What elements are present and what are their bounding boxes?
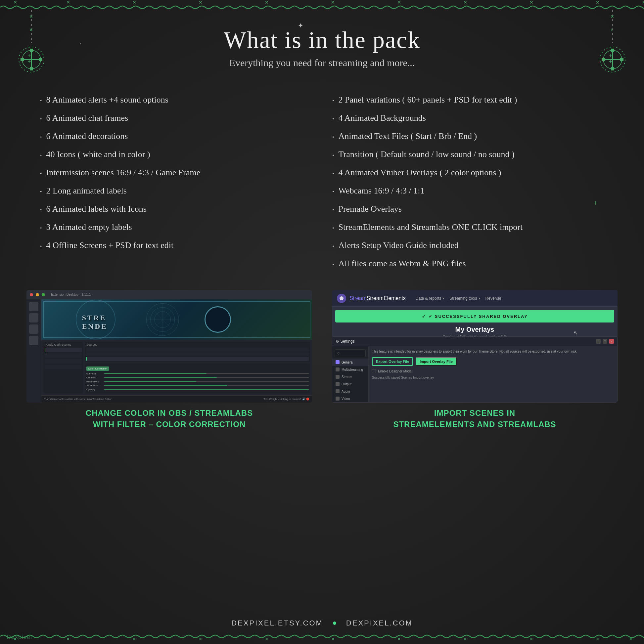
se-sidebar-output[interactable]: Output xyxy=(332,380,368,388)
se-nav-revenue[interactable]: Revenue xyxy=(486,296,501,301)
se-export-button[interactable]: Export Overlay File xyxy=(372,357,413,366)
svg-text:✕: ✕ xyxy=(29,27,33,32)
se-dialog-minimize[interactable]: – xyxy=(596,339,601,344)
right-feature-list: 2 Panel variations ( 60+ panels + PSD fo… xyxy=(332,92,604,274)
footer-etsy-link: DEXPIXEL.ETSY.COM xyxy=(231,619,323,627)
obs-brightness-row: Brightness xyxy=(86,380,309,383)
se-output-icon xyxy=(336,382,340,386)
se-mockup: StreamStreamElements Data & reports ▾ St… xyxy=(332,290,618,403)
svg-rect-32 xyxy=(611,67,614,70)
se-designer-mode-row: Enable Designer Mode xyxy=(372,369,614,373)
svg-text:✕: ✕ xyxy=(265,636,269,642)
se-designer-mode-label: Enable Designer Mode xyxy=(378,369,412,373)
feature-item-2: 6 Animated chat frames xyxy=(40,110,312,128)
se-cursor: ↖ xyxy=(574,330,578,336)
obs-sidebar-icon-4 xyxy=(29,336,38,345)
feature-item-5: Intermission scenes 16:9 / 4:3 / Game Fr… xyxy=(40,164,312,183)
se-dialog-window-controls: – □ ✕ xyxy=(596,339,614,344)
feature-item-1: 8 Animated alerts +4 sound options xyxy=(40,92,312,110)
obs-saturation-row: Saturation xyxy=(86,384,309,387)
se-caption-line1: IMPORT SCENES IN xyxy=(393,408,556,419)
feature-item-6: 2 Long animated labels xyxy=(40,183,312,201)
se-dialog-close[interactable]: ✕ xyxy=(609,339,614,344)
obs-max-dot xyxy=(42,293,45,296)
obs-scene-item-4 xyxy=(45,365,82,369)
se-nav-streaming[interactable]: Streaming tools ▾ xyxy=(450,296,480,301)
obs-controls-panel: Purple Goth Scenes Sources xyxy=(41,340,312,395)
obs-opacity-slider[interactable] xyxy=(104,389,309,390)
obs-filters-panel: Color Correction Gamma Contrast xyxy=(85,364,310,393)
se-header: StreamStreamElements Data & reports ▾ St… xyxy=(332,290,618,307)
obs-sidebar-icon-2 xyxy=(29,313,38,322)
svg-text:✕: ✕ xyxy=(198,636,202,642)
obs-main-content: STREENDE xyxy=(41,299,312,403)
svg-text:+: + xyxy=(610,27,613,32)
se-designer-mode-checkbox[interactable] xyxy=(372,369,376,373)
obs-scene-item-1 xyxy=(45,348,82,352)
obs-mockup: Extension Desktop - 1.11.1 xyxy=(26,290,312,403)
se-search-placeholder: Q xyxy=(337,352,340,355)
svg-rect-34 xyxy=(620,58,623,61)
se-sidebar-general[interactable]: General xyxy=(332,359,368,366)
feature-item-r9: Alerts Setup Video Guide included xyxy=(332,237,604,255)
obs-caption-line1: CHANGE COLOR IN OBS / STREAMLABS xyxy=(86,408,253,419)
svg-text:✕: ✕ xyxy=(610,14,614,19)
se-multistreaming-icon xyxy=(336,367,340,371)
obs-close-dot xyxy=(30,293,33,296)
obs-frame: Extension Desktop - 1.11.1 xyxy=(26,290,312,403)
preview-background: STREENDE xyxy=(41,299,312,340)
se-nav-data[interactable]: Data & reports ▾ xyxy=(416,296,444,301)
se-dialog-body: Q General Multistreaming xyxy=(332,346,617,402)
se-logo-icon xyxy=(337,294,346,303)
left-decoration: ✕ ✕ + + xyxy=(10,10,53,84)
svg-rect-18 xyxy=(30,49,33,52)
obs-source-1 xyxy=(86,348,309,352)
obs-gamma-label: Gamma xyxy=(86,372,103,375)
se-dialog-maximize[interactable]: □ xyxy=(603,339,607,344)
plus-decoration: + xyxy=(593,198,598,207)
se-general-icon xyxy=(336,360,340,364)
obs-brightness-slider[interactable] xyxy=(104,381,309,382)
svg-text:✕: ✕ xyxy=(629,636,633,642)
obs-scenes-title: Purple Goth Scenes xyxy=(45,343,82,346)
se-settings-search[interactable]: Q xyxy=(335,349,366,357)
se-status-message: Successfully saved Scenes Import.overlay xyxy=(372,376,614,379)
obs-source-2 xyxy=(86,352,309,356)
obs-saturation-slider[interactable] xyxy=(104,385,309,386)
se-sidebar-video[interactable]: Video xyxy=(332,395,368,402)
watermark-text: Dexpixel xyxy=(7,634,32,641)
se-sidebar-audio[interactable]: Audio xyxy=(332,388,368,395)
se-brand-name: StreamStreamElements xyxy=(350,295,406,301)
obs-body: STREENDE xyxy=(26,299,312,403)
obs-filter-btn[interactable]: Color Correction xyxy=(86,366,109,371)
obs-source-3 xyxy=(86,357,309,361)
svg-text:✕: ✕ xyxy=(265,0,269,5)
feature-item-r5: 4 Animated Vtuber Overlays ( 2 color opt… xyxy=(332,164,604,183)
se-import-button[interactable]: Import Overlay File xyxy=(416,357,457,366)
obs-sidebar-icon-1 xyxy=(29,302,38,311)
se-success-text: ✓ SUCCESSFULLY SHARED OVERLAY xyxy=(429,314,528,319)
se-overlay-buttons: Export Overlay File Import Overlay File xyxy=(372,357,614,366)
svg-text:✕: ✕ xyxy=(397,636,401,642)
obs-titlebar: Extension Desktop - 1.11.1 xyxy=(26,290,312,299)
obs-contrast-slider[interactable] xyxy=(104,377,309,378)
feature-item-r6: Webcams 16:9 / 4:3 / 1:1 xyxy=(332,183,604,201)
obs-caption-line2: WITH FILTER – COLOR CORRECTION xyxy=(86,419,253,430)
obs-sources-title: Sources xyxy=(86,343,309,346)
obs-gamma-slider[interactable] xyxy=(104,373,309,374)
svg-text:✕: ✕ xyxy=(132,636,136,642)
obs-brightness-label: Brightness xyxy=(86,380,103,383)
star-decoration-2: · xyxy=(79,40,81,47)
right-features-column: 2 Panel variations ( 60+ panels + PSD fo… xyxy=(332,92,604,274)
obs-right-panels: Sources Color Correction Gamma xyxy=(85,342,310,393)
se-sidebar-multistreaming[interactable]: Multistreaming xyxy=(332,366,368,373)
feature-item-9: 4 Offline Screens + PSD for text edit xyxy=(40,237,312,255)
se-dialog-sidebar: Q General Multistreaming xyxy=(332,346,369,402)
se-sidebar-stream[interactable]: Stream xyxy=(332,373,368,380)
bottom-border-decoration: ✕ ✕ ✕ ✕ ✕ ✕ ✕ ✕ ✕ ✕ ✕ xyxy=(0,629,644,644)
feature-item-4: 40 Icons ( white and in color ) xyxy=(40,146,312,164)
feature-item-r3: Animated Text Files ( Start / Brb / End … xyxy=(332,128,604,146)
obs-scene-item-2 xyxy=(45,353,82,358)
svg-rect-19 xyxy=(30,67,33,70)
se-dialog-titlebar: ⚙ Settings – □ ✕ xyxy=(332,337,617,346)
